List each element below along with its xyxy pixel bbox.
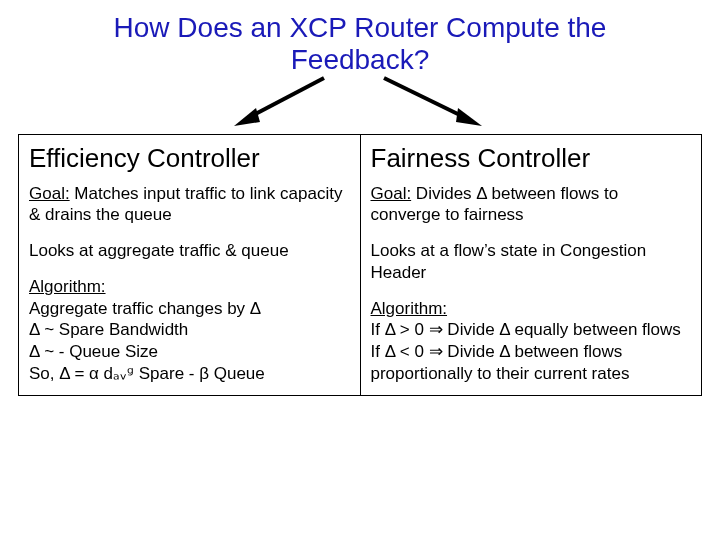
arrow-area xyxy=(18,78,702,134)
fairness-looks: Looks at a flow’s state in Congestion He… xyxy=(371,240,692,284)
fairness-heading: Fairness Controller xyxy=(371,143,692,174)
goal-label: Goal: xyxy=(371,184,412,203)
alg-line: Δ ~ Spare Bandwidth xyxy=(29,319,350,341)
columns: Efficiency Controller Goal: Matches inpu… xyxy=(18,134,702,395)
svg-marker-3 xyxy=(456,108,482,126)
fairness-column: Fairness Controller Goal: Divides Δ betw… xyxy=(361,134,703,395)
svg-line-2 xyxy=(384,78,466,118)
efficiency-goal: Goal: Matches input traffic to link capa… xyxy=(29,183,350,227)
slide: How Does an XCP Router Compute the Feedb… xyxy=(0,0,720,540)
algorithm-label: Algorithm: xyxy=(371,298,692,320)
efficiency-heading: Efficiency Controller xyxy=(29,143,350,174)
efficiency-algorithm: Algorithm: Aggregate traffic changes by … xyxy=(29,276,350,385)
alg-line: Aggregate traffic changes by Δ xyxy=(29,298,350,320)
algorithm-label: Algorithm: xyxy=(29,276,350,298)
efficiency-column: Efficiency Controller Goal: Matches inpu… xyxy=(18,134,361,395)
svg-marker-1 xyxy=(234,108,260,126)
alg-line: So, Δ = α dₐᵥᵍ Spare - β Queue xyxy=(29,363,350,385)
arrow-southeast-icon xyxy=(370,72,490,132)
efficiency-looks: Looks at aggregate traffic & queue xyxy=(29,240,350,262)
alg-line: If Δ < 0 ⇒ Divide Δ between flows propor… xyxy=(371,341,692,385)
alg-line: If Δ > 0 ⇒ Divide Δ equally between flow… xyxy=(371,319,692,341)
alg-line: Δ ~ - Queue Size xyxy=(29,341,350,363)
fairness-goal: Goal: Divides Δ between flows to converg… xyxy=(371,183,692,227)
slide-title: How Does an XCP Router Compute the Feedb… xyxy=(80,12,640,76)
goal-text: Matches input traffic to link capacity &… xyxy=(29,184,342,225)
arrow-southwest-icon xyxy=(228,72,338,132)
fairness-algorithm: Algorithm: If Δ > 0 ⇒ Divide Δ equally b… xyxy=(371,298,692,385)
goal-label: Goal: xyxy=(29,184,70,203)
svg-line-0 xyxy=(248,78,324,118)
